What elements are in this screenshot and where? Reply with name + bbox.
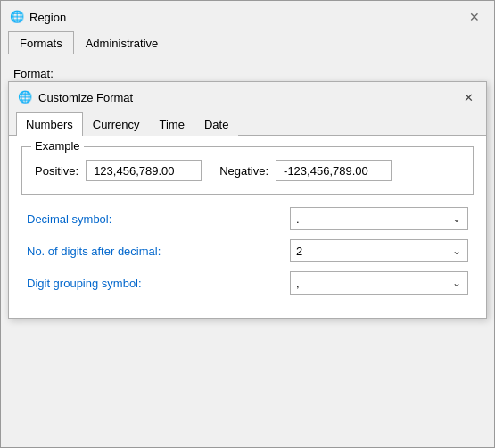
- digits-after-decimal-row: No. of digits after decimal: 0 1 2 3 4: [21, 239, 474, 262]
- digits-after-decimal-control: 0 1 2 3 4: [290, 239, 468, 262]
- digit-grouping-symbol-label: Digit grouping symbol:: [27, 277, 205, 290]
- decimal-symbol-dropdown[interactable]: . ,: [290, 207, 468, 230]
- region-globe-icon: 🌐: [10, 10, 24, 24]
- dialog-globe-icon: 🌐: [18, 90, 32, 104]
- digit-grouping-symbol-control: , .: [290, 271, 468, 295]
- inner-tab-bar: Numbers Currency Time Date: [9, 112, 486, 136]
- decimal-symbol-label: Decimal symbol:: [27, 212, 205, 226]
- region-close-button[interactable]: ✕: [466, 8, 483, 26]
- outer-content: Format: English (United States) 🌐 Custom…: [1, 54, 494, 447]
- tab-formats[interactable]: Formats: [8, 31, 74, 54]
- tab-date[interactable]: Date: [194, 112, 238, 136]
- negative-example-item: Negative: -123,456,789.00: [219, 160, 392, 181]
- positive-example-item: Positive: 123,456,789.00: [35, 160, 202, 181]
- negative-label: Negative:: [219, 164, 268, 178]
- tab-administrative[interactable]: Administrative: [74, 31, 170, 54]
- decimal-symbol-control: . ,: [290, 207, 468, 230]
- example-legend: Example: [31, 139, 84, 153]
- tab-numbers[interactable]: Numbers: [16, 112, 83, 136]
- dialog-title-text: Customize Format: [38, 91, 133, 104]
- digit-grouping-symbol-row: Digit grouping symbol: , .: [21, 271, 474, 295]
- region-title-text: Region: [29, 11, 66, 24]
- positive-value: 123,456,789.00: [86, 160, 202, 181]
- customize-dialog: 🌐 Customize Format ✕ Numbers Currency Ti…: [8, 81, 487, 319]
- title-bar-left: 🌐 Region: [10, 10, 66, 24]
- example-row: Positive: 123,456,789.00 Negative: -123,…: [35, 156, 460, 181]
- dialog-title-bar: 🌐 Customize Format ✕: [9, 82, 486, 112]
- region-title-bar: 🌐 Region ✕: [1, 1, 494, 31]
- decimal-symbol-row: Decimal symbol: . ,: [21, 207, 474, 230]
- region-window: 🌐 Region ✕ Formats Administrative Format…: [0, 0, 495, 448]
- outer-tab-bar: Formats Administrative: [1, 31, 494, 54]
- tab-currency[interactable]: Currency: [83, 112, 150, 136]
- format-label: Format:: [13, 67, 482, 80]
- dialog-body: Example Positive: 123,456,789.00 Negativ…: [9, 136, 486, 318]
- tab-time[interactable]: Time: [150, 112, 194, 136]
- digits-after-decimal-label: No. of digits after decimal:: [27, 245, 205, 258]
- digit-grouping-symbol-dropdown[interactable]: , .: [290, 271, 468, 295]
- dialog-close-button[interactable]: ✕: [459, 88, 477, 106]
- positive-label: Positive:: [35, 164, 78, 178]
- example-group: Example Positive: 123,456,789.00 Negativ…: [21, 146, 474, 195]
- dialog-title-left: 🌐 Customize Format: [18, 90, 133, 104]
- negative-value: -123,456,789.00: [276, 160, 392, 181]
- digits-after-decimal-dropdown[interactable]: 0 1 2 3 4: [290, 239, 468, 262]
